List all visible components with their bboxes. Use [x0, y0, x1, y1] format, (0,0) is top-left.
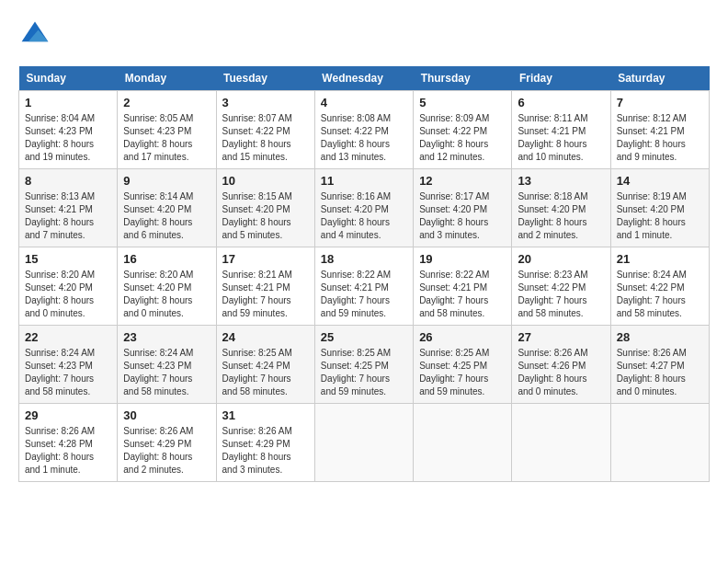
calendar-cell: 25Sunrise: 8:25 AMSunset: 4:25 PMDayligh…	[314, 326, 413, 404]
calendar-cell: 31Sunrise: 8:26 AMSunset: 4:29 PMDayligh…	[216, 404, 314, 482]
day-number: 16	[123, 252, 210, 266]
day-info: Sunrise: 8:24 AMSunset: 4:23 PMDaylight:…	[25, 347, 111, 398]
day-number: 31	[222, 408, 309, 422]
day-number: 4	[321, 96, 407, 109]
day-number: 18	[321, 252, 407, 266]
day-info: Sunrise: 8:13 AMSunset: 4:21 PMDaylight:…	[25, 190, 111, 242]
calendar-cell: 6Sunrise: 8:11 AMSunset: 4:21 PMDaylight…	[512, 91, 610, 169]
day-number: 28	[617, 330, 703, 344]
calendar-cell: 27Sunrise: 8:26 AMSunset: 4:26 PMDayligh…	[512, 326, 610, 404]
calendar-cell	[610, 404, 709, 482]
day-info: Sunrise: 8:05 AMSunset: 4:23 PMDaylight:…	[123, 112, 210, 164]
day-info: Sunrise: 8:26 AMSunset: 4:26 PMDaylight:…	[518, 347, 604, 398]
calendar-cell: 22Sunrise: 8:24 AMSunset: 4:23 PMDayligh…	[19, 326, 118, 404]
day-number: 29	[25, 408, 111, 422]
logo	[18, 18, 55, 52]
calendar-cell: 3Sunrise: 8:07 AMSunset: 4:22 PMDaylight…	[216, 91, 314, 169]
calendar-week-4: 22Sunrise: 8:24 AMSunset: 4:23 PMDayligh…	[19, 326, 710, 404]
day-number: 20	[518, 252, 604, 266]
calendar-cell: 29Sunrise: 8:26 AMSunset: 4:28 PMDayligh…	[19, 404, 118, 482]
calendar-cell: 28Sunrise: 8:26 AMSunset: 4:27 PMDayligh…	[610, 326, 709, 404]
day-info: Sunrise: 8:25 AMSunset: 4:24 PMDaylight:…	[222, 347, 309, 398]
day-number: 30	[123, 408, 210, 422]
calendar-cell: 7Sunrise: 8:12 AMSunset: 4:21 PMDaylight…	[610, 91, 709, 169]
day-info: Sunrise: 8:26 AMSunset: 4:29 PMDaylight:…	[123, 425, 210, 477]
day-number: 23	[123, 330, 210, 344]
day-number: 12	[419, 174, 506, 188]
day-info: Sunrise: 8:26 AMSunset: 4:27 PMDaylight:…	[617, 347, 703, 398]
calendar-cell: 8Sunrise: 8:13 AMSunset: 4:21 PMDaylight…	[19, 169, 118, 247]
calendar-header-row: SundayMondayTuesdayWednesdayThursdayFrid…	[19, 66, 710, 91]
day-info: Sunrise: 8:11 AMSunset: 4:21 PMDaylight:…	[518, 112, 604, 164]
calendar-cell: 15Sunrise: 8:20 AMSunset: 4:20 PMDayligh…	[19, 247, 118, 326]
calendar-cell	[314, 404, 413, 482]
day-number: 17	[222, 252, 309, 266]
day-info: Sunrise: 8:22 AMSunset: 4:21 PMDaylight:…	[321, 269, 407, 320]
calendar-cell: 26Sunrise: 8:25 AMSunset: 4:25 PMDayligh…	[414, 326, 512, 404]
day-info: Sunrise: 8:19 AMSunset: 4:20 PMDaylight:…	[617, 190, 703, 242]
calendar-cell	[512, 404, 610, 482]
day-info: Sunrise: 8:09 AMSunset: 4:22 PMDaylight:…	[419, 112, 506, 164]
calendar-cell	[414, 404, 512, 482]
calendar-cell: 18Sunrise: 8:22 AMSunset: 4:21 PMDayligh…	[314, 247, 413, 326]
day-number: 22	[25, 330, 111, 344]
day-info: Sunrise: 8:23 AMSunset: 4:22 PMDaylight:…	[518, 269, 604, 320]
calendar-week-2: 8Sunrise: 8:13 AMSunset: 4:21 PMDaylight…	[19, 169, 710, 247]
day-info: Sunrise: 8:17 AMSunset: 4:20 PMDaylight:…	[419, 190, 506, 242]
day-number: 10	[222, 174, 309, 188]
day-number: 5	[419, 96, 506, 109]
header-saturday: Saturday	[610, 66, 709, 91]
day-number: 25	[321, 330, 407, 344]
calendar-cell: 11Sunrise: 8:16 AMSunset: 4:20 PMDayligh…	[314, 169, 413, 247]
calendar-cell: 12Sunrise: 8:17 AMSunset: 4:20 PMDayligh…	[414, 169, 512, 247]
calendar-cell: 19Sunrise: 8:22 AMSunset: 4:21 PMDayligh…	[414, 247, 512, 326]
day-info: Sunrise: 8:18 AMSunset: 4:20 PMDaylight:…	[518, 190, 604, 242]
calendar-cell: 23Sunrise: 8:24 AMSunset: 4:23 PMDayligh…	[118, 326, 216, 404]
logo-icon	[18, 18, 51, 52]
day-number: 1	[25, 96, 111, 109]
calendar-table: SundayMondayTuesdayWednesdayThursdayFrid…	[18, 66, 710, 482]
header-friday: Friday	[512, 66, 610, 91]
calendar-week-3: 15Sunrise: 8:20 AMSunset: 4:20 PMDayligh…	[19, 247, 710, 326]
calendar-cell: 20Sunrise: 8:23 AMSunset: 4:22 PMDayligh…	[512, 247, 610, 326]
day-number: 27	[518, 330, 604, 344]
day-info: Sunrise: 8:25 AMSunset: 4:25 PMDaylight:…	[419, 347, 506, 398]
day-number: 26	[419, 330, 506, 344]
day-number: 2	[123, 96, 210, 109]
day-info: Sunrise: 8:12 AMSunset: 4:21 PMDaylight:…	[617, 112, 703, 164]
day-number: 3	[222, 96, 309, 109]
day-info: Sunrise: 8:15 AMSunset: 4:20 PMDaylight:…	[222, 190, 309, 242]
day-info: Sunrise: 8:08 AMSunset: 4:22 PMDaylight:…	[321, 112, 407, 164]
day-info: Sunrise: 8:20 AMSunset: 4:20 PMDaylight:…	[25, 269, 111, 320]
calendar-cell: 14Sunrise: 8:19 AMSunset: 4:20 PMDayligh…	[610, 169, 709, 247]
day-info: Sunrise: 8:24 AMSunset: 4:23 PMDaylight:…	[123, 347, 210, 398]
day-number: 6	[518, 96, 604, 109]
day-info: Sunrise: 8:26 AMSunset: 4:28 PMDaylight:…	[25, 425, 111, 477]
day-info: Sunrise: 8:14 AMSunset: 4:20 PMDaylight:…	[123, 190, 210, 242]
calendar-cell: 4Sunrise: 8:08 AMSunset: 4:22 PMDaylight…	[314, 91, 413, 169]
calendar-cell: 16Sunrise: 8:20 AMSunset: 4:20 PMDayligh…	[118, 247, 216, 326]
calendar-cell: 10Sunrise: 8:15 AMSunset: 4:20 PMDayligh…	[216, 169, 314, 247]
day-number: 9	[123, 174, 210, 188]
day-info: Sunrise: 8:20 AMSunset: 4:20 PMDaylight:…	[123, 269, 210, 320]
header-tuesday: Tuesday	[216, 66, 314, 91]
day-info: Sunrise: 8:07 AMSunset: 4:22 PMDaylight:…	[222, 112, 309, 164]
header-thursday: Thursday	[414, 66, 512, 91]
day-info: Sunrise: 8:16 AMSunset: 4:20 PMDaylight:…	[321, 190, 407, 242]
calendar-cell: 24Sunrise: 8:25 AMSunset: 4:24 PMDayligh…	[216, 326, 314, 404]
day-number: 11	[321, 174, 407, 188]
calendar-cell: 2Sunrise: 8:05 AMSunset: 4:23 PMDaylight…	[118, 91, 216, 169]
calendar-week-5: 29Sunrise: 8:26 AMSunset: 4:28 PMDayligh…	[19, 404, 710, 482]
day-info: Sunrise: 8:21 AMSunset: 4:21 PMDaylight:…	[222, 269, 309, 320]
calendar-body: 1Sunrise: 8:04 AMSunset: 4:23 PMDaylight…	[19, 91, 710, 482]
day-info: Sunrise: 8:24 AMSunset: 4:22 PMDaylight:…	[617, 269, 703, 320]
header-sunday: Sunday	[19, 66, 118, 91]
day-info: Sunrise: 8:04 AMSunset: 4:23 PMDaylight:…	[25, 112, 111, 164]
calendar-cell: 5Sunrise: 8:09 AMSunset: 4:22 PMDaylight…	[414, 91, 512, 169]
calendar-cell: 1Sunrise: 8:04 AMSunset: 4:23 PMDaylight…	[19, 91, 118, 169]
calendar-cell: 21Sunrise: 8:24 AMSunset: 4:22 PMDayligh…	[610, 247, 709, 326]
day-number: 21	[617, 252, 703, 266]
day-number: 13	[518, 174, 604, 188]
day-number: 15	[25, 252, 111, 266]
calendar-week-1: 1Sunrise: 8:04 AMSunset: 4:23 PMDaylight…	[19, 91, 710, 169]
